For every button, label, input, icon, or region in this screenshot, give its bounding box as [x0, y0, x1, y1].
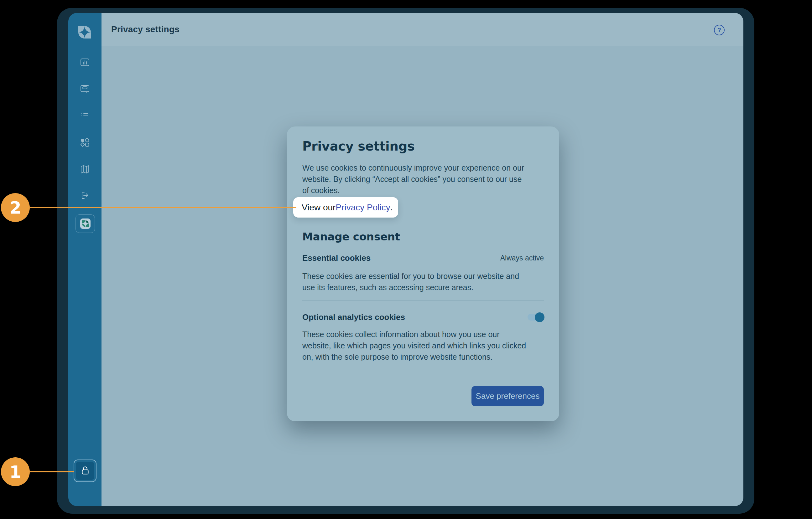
logout-icon[interactable] [79, 190, 90, 201]
topbar: Privacy settings ? [102, 13, 744, 46]
privacy-settings-dialog: Privacy settings We use cookies to conti… [287, 126, 559, 421]
always-active-status: Always active [500, 254, 544, 262]
map-icon[interactable] [79, 164, 90, 175]
callout-badge-1: 1 [1, 457, 30, 486]
period-text: . [390, 203, 393, 213]
optional-cookies-row: Optional analytics cookies [302, 312, 544, 323]
desc-line: These cookies are essential for you to b… [302, 271, 519, 282]
dialog-title: Privacy settings [302, 139, 415, 153]
view-our-text: View our [302, 203, 336, 213]
list-icon[interactable] [79, 110, 90, 121]
privacy-policy-highlight: View our Privacy Policy . [293, 197, 398, 218]
logo-petal [78, 26, 85, 32]
intro-line: website. By clicking “Accept all cookies… [302, 174, 524, 185]
sidebar [68, 13, 102, 506]
desc-line: website, like which pages you visited an… [302, 340, 526, 351]
optional-cookies-label: Optional analytics cookies [302, 312, 405, 322]
essential-cookies-description: These cookies are essential for you to b… [302, 271, 519, 293]
desc-line: on, with the sole purpose to improve web… [302, 351, 526, 363]
callout-line-2 [30, 207, 296, 208]
logo-petal [86, 224, 89, 227]
intro-paragraph: We use cookies to continuously improve y… [302, 162, 524, 196]
logo-petal [82, 220, 85, 223]
privacy-lock-button[interactable] [74, 460, 96, 482]
help-icon[interactable]: ? [714, 25, 725, 35]
logo-petal [82, 224, 85, 227]
callout-line-1 [30, 471, 74, 472]
analytics-toggle[interactable] [527, 314, 544, 320]
active-app-button[interactable] [76, 214, 95, 233]
privacy-policy-link[interactable]: Privacy Policy [336, 203, 390, 213]
optional-cookies-description: These cookies collect information about … [302, 329, 526, 363]
padlock-icon [79, 465, 91, 477]
essential-cookies-label: Essential cookies [302, 253, 371, 263]
desc-line: use its features, such as accessing secu… [302, 282, 519, 293]
essential-cookies-row: Essential cookies Always active [302, 253, 544, 263]
shapes-icon[interactable] [79, 137, 90, 148]
kiosk-icon[interactable] [79, 83, 90, 95]
toggle-knob [535, 312, 545, 322]
callout-badge-2: 2 [1, 193, 30, 222]
intro-line: of cookies. [302, 185, 524, 196]
green-petal-app-icon [80, 218, 90, 229]
intro-line: We use cookies to continuously improve y… [302, 162, 524, 174]
save-preferences-button[interactable]: Save preferences [471, 386, 544, 406]
app-logo[interactable] [78, 26, 91, 38]
desc-line: These cookies collect information about … [302, 329, 526, 340]
manage-consent-heading: Manage consent [302, 231, 400, 243]
logo-petal [85, 32, 91, 38]
bar-chart-icon[interactable] [79, 57, 90, 68]
page-title: Privacy settings [111, 13, 179, 46]
logo-petal [78, 32, 85, 38]
logo-petal [85, 26, 91, 32]
logo-petal [86, 220, 89, 223]
section-divider [302, 301, 544, 301]
